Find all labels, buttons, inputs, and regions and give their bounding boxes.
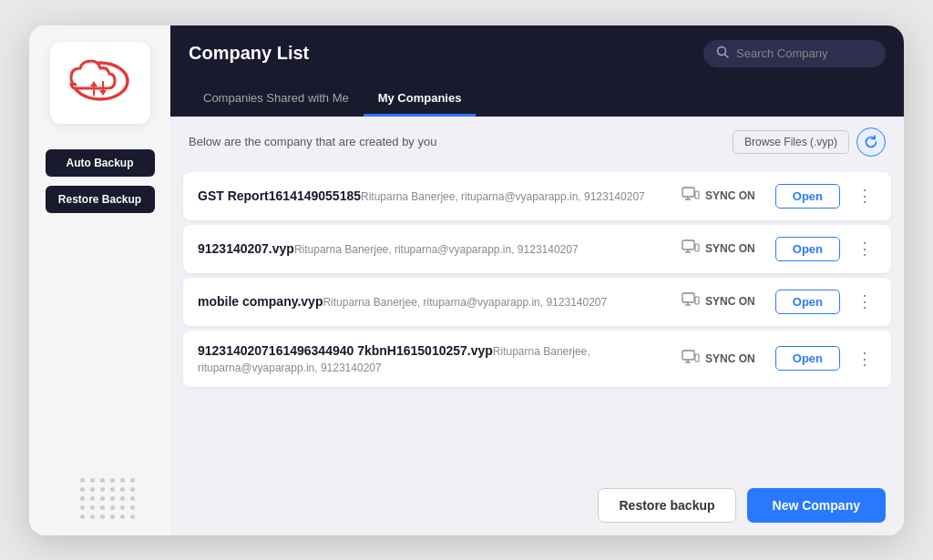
main-header: Company List [170, 25, 904, 82]
company-meta: Rituparna Banerjee, rituparna@vyaparapp.… [361, 190, 645, 203]
company-info: mobile company.vypRituparna Banerjee, ri… [198, 293, 655, 310]
refresh-button[interactable] [856, 127, 886, 157]
svg-rect-9 [682, 240, 694, 249]
dots-decoration [64, 462, 136, 535]
monitor-icon [682, 187, 700, 205]
content-area: Below are the company that are created b… [170, 117, 904, 535]
company-meta: Rituparna Banerjee, rituparna@vyaparapp.… [294, 243, 579, 256]
open-button[interactable]: Open [775, 184, 840, 209]
company-info: 9123140207161496344940 7kbnH1615010257.v… [198, 342, 655, 375]
sync-label: SYNC ON [705, 295, 755, 308]
table-row: 9123140207.vypRituparna Banerjee, ritupa… [183, 225, 891, 273]
company-list: GST Report1614149055185Rituparna Banerje… [170, 164, 904, 475]
header-actions: Browse Files (.vyp) [733, 127, 886, 157]
sync-label: SYNC ON [705, 189, 755, 202]
more-menu-button[interactable]: ⋮ [853, 349, 877, 369]
svg-rect-20 [695, 354, 699, 361]
tab-my-companies[interactable]: My Companies [364, 82, 477, 117]
company-info: GST Report1614149055185Rituparna Banerje… [198, 188, 655, 204]
company-name: 9123140207.vyp [198, 241, 294, 256]
sync-area: SYNC ON [664, 187, 755, 205]
table-row: GST Report1614149055185Rituparna Banerje… [183, 172, 891, 220]
search-icon [716, 46, 729, 62]
svg-rect-12 [695, 244, 699, 251]
page-title: Company List [189, 43, 309, 64]
sync-area: SYNC ON [664, 350, 755, 368]
main-card: Auto Backup Restore Backup Company List [29, 25, 904, 535]
table-row: 9123140207161496344940 7kbnH1615010257.v… [183, 331, 891, 387]
open-button[interactable]: Open [775, 237, 840, 261]
company-info: 9123140207.vypRituparna Banerjee, ritupa… [198, 240, 655, 257]
cloud-icon [67, 56, 133, 110]
svg-line-4 [725, 54, 729, 57]
sidebar: Auto Backup Restore Backup [29, 25, 170, 535]
main-panel: Company List Companies Shared with Me My… [170, 25, 904, 535]
more-menu-button[interactable]: ⋮ [853, 186, 877, 206]
browse-files-button[interactable]: Browse Files (.vyp) [733, 130, 849, 154]
company-meta: Rituparna Banerjee, rituparna@vyaparapp.… [323, 296, 607, 309]
auto-backup-button[interactable]: Auto Backup [46, 149, 155, 177]
content-footer: Restore backup New Company [170, 475, 904, 535]
more-menu-button[interactable]: ⋮ [853, 239, 877, 259]
open-button[interactable]: Open [775, 290, 840, 314]
tab-shared[interactable]: Companies Shared with Me [189, 82, 364, 117]
restore-backup-button[interactable]: Restore backup [598, 488, 735, 523]
svg-rect-8 [695, 191, 699, 199]
svg-rect-13 [682, 293, 694, 302]
new-company-button[interactable]: New Company [747, 488, 886, 523]
sync-label: SYNC ON [705, 242, 755, 255]
monitor-icon [682, 292, 700, 311]
svg-rect-16 [695, 297, 699, 304]
tabs-bar: Companies Shared with Me My Companies [170, 82, 904, 117]
svg-rect-17 [682, 351, 694, 360]
content-header: Below are the company that are created b… [170, 117, 904, 164]
more-menu-button[interactable]: ⋮ [853, 291, 877, 311]
sync-label: SYNC ON [705, 352, 755, 365]
search-box [703, 40, 886, 67]
logo-area [50, 42, 150, 124]
monitor-icon [682, 350, 700, 368]
open-button[interactable]: Open [775, 346, 840, 371]
monitor-icon [682, 239, 700, 258]
company-name: mobile company.vyp [198, 294, 323, 309]
search-input[interactable] [736, 46, 873, 60]
table-row: mobile company.vypRituparna Banerjee, ri… [183, 278, 891, 326]
restore-backup-sidebar-button[interactable]: Restore Backup [46, 186, 155, 213]
sync-area: SYNC ON [664, 292, 755, 311]
svg-rect-5 [682, 188, 694, 197]
sync-area: SYNC ON [664, 239, 755, 258]
company-name: 9123140207161496344940 7kbnH1615010257.v… [198, 343, 493, 358]
company-name: GST Report1614149055185 [198, 188, 361, 203]
content-subtitle: Below are the company that are created b… [189, 135, 436, 148]
